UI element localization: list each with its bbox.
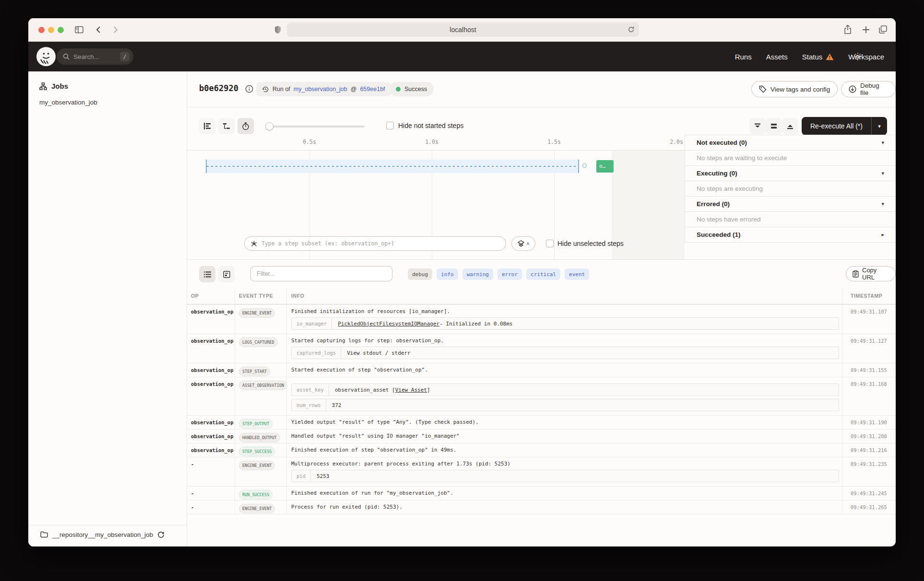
log-timestamp[interactable]: 09:49:31.107 xyxy=(842,305,896,334)
new-tab-icon[interactable] xyxy=(862,26,870,34)
log-row[interactable]: - RUN_SUCCESS Finished execution of run … xyxy=(187,486,896,500)
chevron-icon[interactable]: ▸ xyxy=(881,232,884,238)
column-header-event-type: EVENT TYPE xyxy=(235,288,286,304)
step-subset-input[interactable]: Type a step subset (ex: observation_op+) xyxy=(244,236,506,251)
metadata-value[interactable]: observation_asset [View Asset] xyxy=(329,384,436,395)
settings-gear-icon[interactable] xyxy=(890,52,896,61)
expand-up-button[interactable] xyxy=(782,118,798,134)
log-timestamp[interactable]: 09:49:31.208 xyxy=(842,430,896,443)
traffic-light-close[interactable] xyxy=(38,27,45,33)
log-table-body: observation_op ENGINE_EVENT Finished ini… xyxy=(187,304,896,514)
status-section-header[interactable]: Not executed (0) ▾ xyxy=(685,135,896,150)
log-row[interactable]: observation_op STEP_OUTPUT Yielded outpu… xyxy=(187,415,896,429)
status-section-header[interactable]: Errored (0) ▾ xyxy=(685,196,896,211)
log-row[interactable]: - ENGINE_EVENT Process for run exited (p… xyxy=(187,500,896,514)
log-level-pill[interactable]: error xyxy=(498,268,522,280)
info-icon[interactable] xyxy=(245,85,253,93)
log-event-type-cell: ENGINE_EVENT xyxy=(235,305,286,334)
dagster-logo[interactable] xyxy=(36,46,56,67)
nav-item[interactable]: Runs xyxy=(735,53,752,61)
metadata-value-part: ] xyxy=(427,387,430,393)
log-level-pill[interactable]: info xyxy=(437,268,458,280)
log-level-pill[interactable]: critical xyxy=(526,268,560,280)
gantt-flat-view-button[interactable] xyxy=(199,118,215,134)
reload-repository-icon[interactable] xyxy=(157,531,165,538)
debug-file-button[interactable]: Debug file xyxy=(841,81,896,97)
log-row[interactable]: observation_op LOGS_CAPTURED Started cap… xyxy=(187,334,896,363)
share-icon[interactable] xyxy=(843,24,852,35)
status-section-header[interactable]: Succeeded (1) ▸ xyxy=(685,227,896,242)
status-section-title: Succeeded (1) xyxy=(697,231,741,238)
log-list-view-button[interactable] xyxy=(199,266,215,282)
sidebar-item-job[interactable]: my_observation_job xyxy=(39,99,97,106)
log-timestamp[interactable]: 09:49:31.216 xyxy=(842,443,896,457)
metadata-value[interactable]: PickledObjectFilesystemIOManager - Initi… xyxy=(332,318,518,329)
event-type-badge: HANDLED_OUTPUT xyxy=(239,433,280,442)
log-timestamp[interactable]: 09:49:31.265 xyxy=(842,500,896,514)
event-type-badge: ENGINE_EVENT xyxy=(239,504,275,513)
repository-row[interactable]: __repository__my_observation_job xyxy=(28,525,187,544)
graph-query-toggle-button[interactable]: ˄ xyxy=(511,236,535,251)
hide-not-started-checkbox[interactable] xyxy=(386,122,394,129)
reexecute-all-button[interactable]: Re-execute All (*) xyxy=(802,117,872,135)
log-row[interactable]: - ENGINE_EVENT Multiprocess executor: pa… xyxy=(187,457,896,486)
metadata-value[interactable]: 5253 xyxy=(311,470,335,482)
log-row[interactable]: observation_op ENGINE_EVENT Finished ini… xyxy=(187,304,896,334)
log-filter-input[interactable]: Filter... xyxy=(250,266,392,281)
status-label: Success xyxy=(404,86,427,93)
log-structured-view-button[interactable] xyxy=(218,266,235,282)
metadata-label: pid xyxy=(292,470,311,482)
tab-overview-icon[interactable] xyxy=(878,25,888,34)
job-link[interactable]: my_observation_job xyxy=(294,86,347,93)
search-input[interactable]: Search... / xyxy=(57,48,133,65)
event-log-table: OP EVENT TYPE INFO TIMESTAMP observation… xyxy=(187,288,896,514)
log-timestamp[interactable]: 09:49:31.168 xyxy=(842,377,896,415)
column-header-op: OP xyxy=(187,288,235,304)
chevron-up-icon: ˄ xyxy=(527,241,530,246)
nav-item[interactable]: Status xyxy=(802,53,834,61)
code-version-link[interactable]: 659ee1bf xyxy=(360,86,385,93)
log-timestamp[interactable]: 09:49:31.127 xyxy=(842,334,896,363)
refresh-icon[interactable] xyxy=(628,26,635,33)
reexecute-dropdown-caret[interactable]: ▾ xyxy=(872,117,887,135)
gantt-waterfall-view-button[interactable] xyxy=(218,118,235,134)
hide-unselected-checkbox[interactable] xyxy=(546,240,554,247)
nav-item[interactable]: Assets xyxy=(766,53,788,61)
log-row[interactable]: observation_op STEP_SUCCESS Finished exe… xyxy=(187,443,896,457)
metadata-value[interactable]: View stdout / stderr xyxy=(341,347,416,359)
warning-icon xyxy=(826,53,834,60)
log-row[interactable]: observation_op STEP_START Started execut… xyxy=(187,363,896,377)
view-tags-config-button[interactable]: View tags and config xyxy=(751,81,838,97)
metadata-value[interactable]: 372 xyxy=(326,399,347,411)
log-row[interactable]: observation_op HANDLED_OUTPUT Handled ou… xyxy=(187,429,896,443)
log-row[interactable]: observation_op ASSET_OBSERVATION asset_k… xyxy=(187,377,896,415)
back-icon[interactable] xyxy=(95,25,103,34)
step-bar-observation-op[interactable]: o… xyxy=(596,160,614,173)
log-timestamp[interactable]: 09:49:31.155 xyxy=(842,363,896,377)
log-timestamp[interactable]: 09:49:31.190 xyxy=(842,416,896,429)
slider-knob[interactable] xyxy=(265,122,273,130)
chevron-icon[interactable]: ▾ xyxy=(881,139,884,146)
status-section-header[interactable]: Executing (0) ▾ xyxy=(685,165,896,181)
chevron-icon[interactable]: ▾ xyxy=(881,170,884,176)
log-info-text: Finished initialization of resources [io… xyxy=(291,308,842,314)
chevron-icon[interactable]: ▾ xyxy=(881,201,884,207)
log-level-pill[interactable]: debug xyxy=(408,268,432,280)
traffic-light-zoom[interactable] xyxy=(58,27,64,33)
log-level-pill[interactable]: event xyxy=(565,268,589,280)
copy-url-button[interactable]: Copy URL xyxy=(846,266,896,281)
log-level-pill[interactable]: warning xyxy=(462,268,493,280)
status-section: Executing (0) ▾ No steps are executing xyxy=(685,165,896,196)
url-bar[interactable]: localhost xyxy=(287,23,639,37)
forward-icon[interactable] xyxy=(111,25,119,34)
traffic-light-minimize[interactable] xyxy=(48,27,54,33)
collapse-all-button[interactable] xyxy=(749,118,766,134)
gantt-zoom-slider[interactable] xyxy=(266,126,365,128)
log-timestamp[interactable]: 09:49:31.235 xyxy=(842,457,896,486)
sidebar-toggle-icon[interactable] xyxy=(74,25,84,35)
run-at: @ xyxy=(351,86,357,93)
gantt-timed-view-button[interactable] xyxy=(237,118,254,134)
status-section: Errored (0) ▾ No steps have errored xyxy=(685,196,896,227)
split-view-button[interactable] xyxy=(766,118,782,134)
log-timestamp[interactable]: 09:49:31.245 xyxy=(842,487,896,500)
